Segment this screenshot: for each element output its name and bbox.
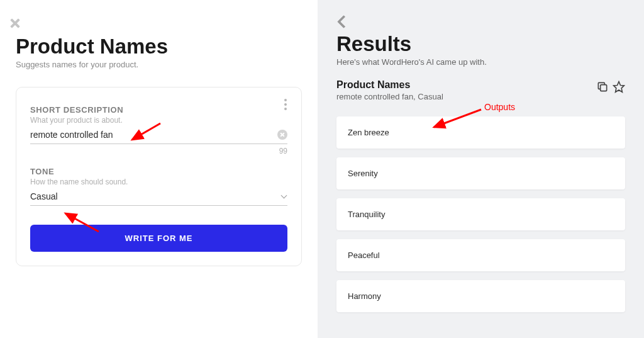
back-icon[interactable] xyxy=(336,16,348,27)
svg-rect-4 xyxy=(601,85,607,91)
result-card[interactable]: Peaceful xyxy=(336,239,625,271)
close-icon[interactable] xyxy=(9,18,20,29)
page-subtitle: Suggests names for your product. xyxy=(16,60,302,69)
tone-hint: How the name should sound. xyxy=(30,177,287,186)
result-card[interactable]: Zen breeze xyxy=(336,116,625,149)
form-card: SHORT DESCRIPTION What your product is a… xyxy=(16,87,302,266)
char-counter: 99 xyxy=(30,147,287,155)
left-panel: Product Names Suggests names for your pr… xyxy=(0,0,318,338)
svg-marker-5 xyxy=(614,82,625,93)
short-description-field: SHORT DESCRIPTION What your product is a… xyxy=(30,105,287,155)
short-description-input[interactable] xyxy=(30,130,277,140)
short-description-input-row xyxy=(30,130,287,144)
results-meta-title: Product Names xyxy=(336,79,443,91)
page-title: Product Names xyxy=(16,35,302,59)
tone-select[interactable]: Casual xyxy=(30,191,287,206)
kebab-icon[interactable] xyxy=(281,99,290,110)
star-icon[interactable] xyxy=(613,81,625,93)
result-card[interactable]: Serenity xyxy=(336,157,625,189)
result-card[interactable]: Tranquility xyxy=(336,198,625,230)
tone-field: TONE How the name should sound. Casual xyxy=(30,167,287,206)
short-description-label: SHORT DESCRIPTION xyxy=(30,105,287,115)
results-title: Results xyxy=(336,32,625,56)
right-panel: Results Here's what WordHero's AI came u… xyxy=(318,0,644,338)
results-list: Zen breezeSerenityTranquilityPeacefulHar… xyxy=(336,116,625,312)
results-meta-sub: remote controlled fan, Casual xyxy=(336,92,443,101)
write-for-me-button[interactable]: WRITE FOR ME xyxy=(30,225,287,252)
clear-icon[interactable] xyxy=(277,130,287,140)
tone-value: Casual xyxy=(30,191,281,201)
results-meta: Product Names remote controlled fan, Cas… xyxy=(336,79,625,101)
annotation-label: Outputs xyxy=(484,102,515,112)
short-description-hint: What your product is about. xyxy=(30,116,287,125)
results-subtitle: Here's what WordHero's AI came up with. xyxy=(336,57,625,67)
tone-label: TONE xyxy=(30,167,287,176)
chevron-down-icon xyxy=(281,194,287,198)
result-card[interactable]: Harmony xyxy=(336,280,625,312)
copy-icon[interactable] xyxy=(596,81,609,93)
